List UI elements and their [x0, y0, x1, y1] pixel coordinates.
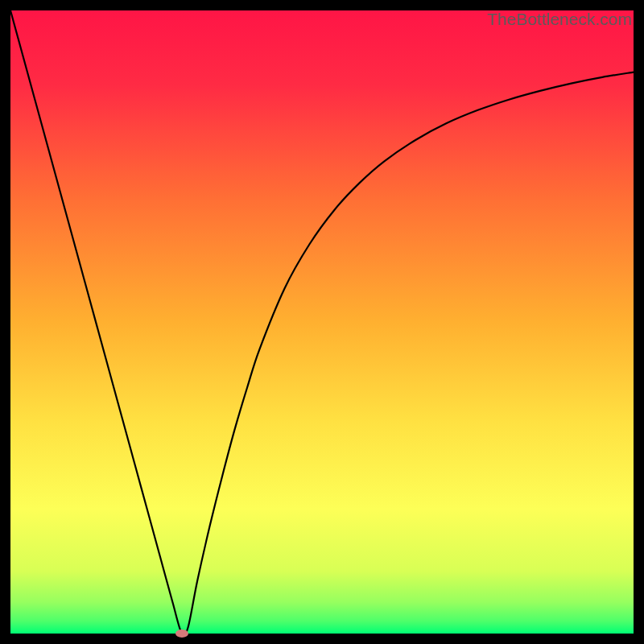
minimum-marker [175, 630, 188, 638]
bottleneck-curve [10, 10, 634, 634]
attribution-label: TheBottleneck.com [487, 10, 632, 29]
plot-frame: TheBottleneck.com [10, 10, 634, 634]
